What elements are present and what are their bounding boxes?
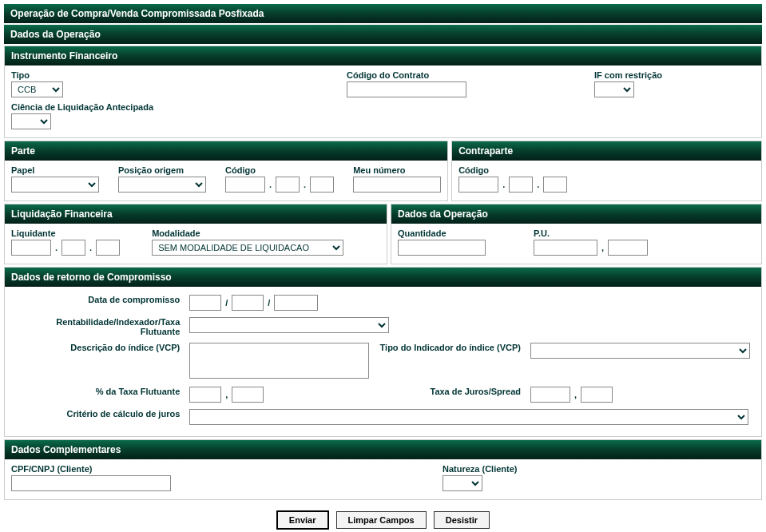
contraparte-codigo-3[interactable] [543, 177, 567, 193]
dados-operacao-group: Dados da Operação Quantidade P.U. , [391, 204, 762, 264]
enviar-button[interactable]: Enviar [276, 510, 329, 530]
natureza-label: Natureza (Cliente) [443, 464, 518, 474]
contraparte-group: Contraparte Código . . [451, 141, 762, 201]
taxa-juros-1[interactable] [530, 387, 570, 403]
contraparte-codigo-label: Código [458, 165, 755, 175]
contraparte-codigo-2[interactable] [509, 177, 533, 193]
parte-codigo-3[interactable] [310, 177, 334, 193]
page-title: Operação de Compra/Venda Compromissada P… [10, 8, 264, 19]
posicao-origem-select[interactable] [118, 177, 206, 193]
if-restricao-label: IF com restrição [594, 70, 662, 80]
parte-codigo-label: Código [225, 165, 334, 175]
contraparte-codigo-1[interactable] [458, 177, 498, 193]
limpar-button[interactable]: Limpar Campos [336, 511, 427, 529]
criterio-label: Critério de cálculo de juros [66, 409, 180, 419]
liquidante-label: Liquidante [11, 228, 120, 238]
data-compromisso-label: Data de compromisso [88, 295, 180, 304]
pu-input-2[interactable] [608, 240, 648, 256]
complementares-header: Dados Complementares [5, 440, 761, 459]
posicao-origem-label: Posição origem [118, 165, 206, 175]
liquidante-1[interactable] [11, 240, 51, 256]
meu-numero-input[interactable] [353, 177, 441, 193]
codigo-contrato-label: Código do Contrato [347, 70, 466, 80]
pu-input-1[interactable] [534, 240, 597, 256]
criterio-select[interactable] [189, 409, 748, 425]
dados-operacao2-header: Dados da Operação [391, 204, 761, 224]
papel-select[interactable] [11, 177, 99, 193]
data-mes[interactable] [232, 295, 264, 311]
retorno-header: Dados de retorno de Compromisso [5, 268, 761, 287]
liquidacao-header: Liquidação Financeira [5, 204, 387, 224]
data-dia[interactable] [189, 295, 221, 311]
pu-label: P.U. [534, 228, 648, 238]
meu-numero-label: Meu número [353, 165, 441, 175]
ciencia-select[interactable] [11, 113, 51, 129]
tipo-indicador-select[interactable] [530, 343, 750, 359]
cpf-label: CPF/CNPJ (Cliente) [11, 464, 171, 474]
rentabilidade-select[interactable] [189, 317, 389, 333]
data-ano[interactable] [274, 295, 318, 311]
taxa-juros-2[interactable] [581, 387, 613, 403]
descricao-indice-textarea[interactable] [189, 343, 369, 379]
codigo-contrato-input[interactable] [347, 81, 466, 97]
tipo-label: Tipo [11, 70, 171, 80]
tipo-indicador-label: Tipo do Indicador do índice (VCP) [380, 343, 521, 352]
pct-taxa-2[interactable] [232, 387, 264, 403]
parte-codigo-2[interactable] [276, 177, 300, 193]
taxa-juros-label: Taxa de Juros/Spread [430, 387, 521, 396]
instrumento-financeiro-group: Instrumento Financeiro Tipo CCB Código d… [4, 46, 762, 138]
rentabilidade-label: Rentabilidade/Indexador/Taxa Flutuante [56, 317, 180, 336]
modalidade-select[interactable]: SEM MODALIDADE DE LIQUIDACAO [152, 240, 343, 256]
desistir-button[interactable]: Desistir [434, 511, 490, 529]
ciencia-label: Ciência de Liquidação Antecipada [11, 102, 755, 112]
retorno-group: Dados de retorno de Compromisso Data de … [4, 267, 762, 437]
dados-operacao-header: Dados da Operação [4, 25, 762, 44]
button-row: Enviar Limpar Campos Desistir [4, 502, 762, 532]
quantidade-label: Quantidade [398, 228, 486, 238]
complementares-group: Dados Complementares CPF/CNPJ (Cliente) … [4, 439, 762, 500]
page-title-bar: Operação de Compra/Venda Compromissada P… [4, 4, 762, 23]
parte-group: Parte Papel Posição origem Código [4, 141, 448, 201]
papel-label: Papel [11, 165, 99, 175]
pct-taxa-label: % da Taxa Flutuante [96, 387, 181, 396]
liquidante-3[interactable] [96, 240, 120, 256]
liquidacao-group: Liquidação Financeira Liquidante . . Mod… [4, 204, 387, 264]
parte-header: Parte [5, 141, 447, 161]
parte-codigo-1[interactable] [225, 177, 265, 193]
contraparte-header: Contraparte [452, 141, 761, 161]
instrumento-financeiro-header: Instrumento Financeiro [5, 46, 761, 66]
liquidante-2[interactable] [62, 240, 85, 256]
modalidade-label: Modalidade [152, 228, 343, 238]
if-restricao-select[interactable] [594, 81, 634, 97]
descricao-indice-label: Descrição do índice (VCP) [70, 343, 180, 352]
cpf-input[interactable] [11, 475, 171, 491]
tipo-select[interactable]: CCB [11, 81, 63, 97]
pct-taxa-1[interactable] [189, 387, 221, 403]
quantidade-input[interactable] [398, 240, 486, 256]
natureza-select[interactable] [443, 475, 482, 491]
